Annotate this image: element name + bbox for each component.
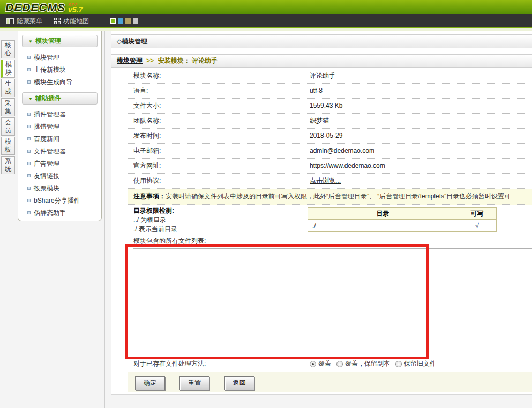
radio-button-icon — [336, 361, 343, 367]
square-bullet-icon — [27, 113, 31, 116]
menu-item-pseudo-static[interactable]: 伪静态助手 — [18, 207, 101, 219]
page-title-bar: ◇模块管理 — [111, 34, 532, 48]
admin-toolbar: 隐藏菜单 功能地图 — [0, 14, 532, 27]
menu-item-bshare-plugin[interactable]: bShare分享插件 — [18, 195, 101, 207]
square-bullet-icon — [27, 56, 31, 59]
menu-section-0-items: 模块管理 上传新模块 模块生成向导 — [18, 51, 101, 88]
square-bullet-icon — [27, 162, 31, 165]
back-button[interactable]: 返回 — [224, 376, 254, 390]
hide-menu-button[interactable]: 隐藏菜单 — [6, 17, 42, 26]
menu-item-upload-new-module[interactable]: 上传新模块 — [18, 64, 101, 76]
menu-item-module-management[interactable]: 模块管理 — [18, 51, 101, 64]
sitemap-button[interactable]: 功能地图 — [54, 17, 89, 26]
theme-square-gray[interactable] — [133, 18, 138, 24]
menu-section-auxiliary-plugins[interactable]: ▼ 辅助插件 — [22, 92, 98, 105]
notice-row: 注意事项：安装时请确保文件列表中涉及的目录前可写入权限，此外“后台管理目录”、 … — [128, 189, 532, 205]
menu-item-baidu-news[interactable]: 百度新闻 — [18, 133, 101, 145]
table-row-file-size: 文件大小: 1559.43 Kb — [128, 99, 532, 114]
files-list-label: 模块包含的所有文件列表: — [128, 235, 532, 248]
table-row-email: 电子邮箱: admin@dedemao.com — [128, 144, 532, 159]
page-title: 模块管理 — [122, 38, 147, 45]
breadcrumb-link-module-management[interactable]: 模块管理 — [117, 57, 143, 64]
theme-square-tan[interactable] — [125, 18, 131, 24]
ok-button[interactable]: 确定 — [135, 376, 165, 390]
square-bullet-icon — [27, 199, 31, 202]
table-row-team-name: 团队名称: 织梦猫 — [128, 114, 532, 129]
notice-text: 安装时请确保文件列表中涉及的目录前可写入权限，此外“后台管理目录”、 “后台管理… — [166, 192, 511, 200]
tab-core[interactable]: 核心 — [1, 40, 15, 58]
table-row-language: 语言: utf-8 — [128, 84, 532, 99]
menu-item-friend-links[interactable]: 友情链接 — [18, 170, 101, 182]
menu-item-plugin-manager[interactable]: 插件管理器 — [18, 108, 101, 121]
column-header-writable: 可写 — [458, 208, 497, 220]
menu-section-1-items: 插件管理器 挑错管理 百度新闻 文件管理器 广告管理 友情链接 投票模块 bSh… — [18, 108, 101, 219]
dir-permission-row: 目录权限检测: ../ 为根目录 ./ 表示当前目录 目录 可写 ./ √ — [128, 205, 532, 235]
menu-section-module-management[interactable]: ▼ 模块管理 — [22, 35, 98, 47]
table-row: ./ √ — [308, 220, 497, 232]
notice-label: 注意事项： — [133, 192, 166, 200]
menu-item-vote-module[interactable]: 投票模块 — [18, 182, 101, 195]
square-bullet-icon — [27, 174, 31, 177]
menu-item-ad-management[interactable]: 广告管理 — [18, 158, 101, 170]
hide-menu-label: 隐藏菜单 — [17, 17, 42, 26]
table-row-license: 使用协议: 点击浏览... — [128, 174, 532, 189]
file-handling-options: 覆盖 覆盖，保留副本 保留旧文件 — [310, 357, 436, 371]
tab-module[interactable]: 模块 — [1, 60, 15, 78]
radio-keep-old-file[interactable]: 保留旧文件 — [395, 357, 436, 371]
sitemap-label: 功能地图 — [63, 17, 89, 26]
diamond-icon: ◇ — [117, 38, 122, 45]
top-brand-bar: DEDECMS SP2 v5.7 — [0, 0, 532, 14]
dedecms-logo: DEDECMS — [5, 1, 65, 14]
radio-overwrite-keep-copy[interactable]: 覆盖，保留副本 — [336, 357, 390, 371]
column-header-directory: 目录 — [308, 208, 458, 220]
tab-member[interactable]: 会员 — [1, 117, 15, 136]
sidebar-divider — [104, 31, 105, 408]
version-block: SP2 v5.7 — [68, 3, 83, 12]
module-files-textarea[interactable] — [133, 248, 532, 350]
module-tab-strip: 核心 模块 生成 采集 会员 模板 系统 — [1, 40, 16, 175]
menu-item-error-report[interactable]: 挑错管理 — [18, 121, 101, 133]
square-bullet-icon — [27, 137, 31, 140]
license-browse-link[interactable]: 点击浏览... — [310, 174, 341, 188]
tab-template[interactable]: 模板 — [1, 137, 15, 155]
file-handling-label: 对于已存在文件处理方法: — [133, 360, 206, 367]
reset-button[interactable]: 重置 — [179, 376, 209, 390]
table-row-website: 官方网址: https://www.dedemao.com — [128, 159, 532, 174]
square-bullet-icon — [27, 80, 31, 84]
dir-permission-table: 目录 可写 ./ √ — [308, 207, 497, 232]
module-menu-panel: ▼ 模块管理 模块管理 上传新模块 模块生成向导 ▼ 辅助插件 插件管理器 挑错… — [18, 31, 102, 221]
tab-generate[interactable]: 生成 — [1, 79, 15, 97]
table-row-release-date: 发布时间: 2018-05-29 — [128, 129, 532, 144]
breadcrumb-separator: >> — [146, 57, 154, 64]
radio-button-icon — [310, 361, 316, 367]
sitemap-grid-icon — [54, 18, 61, 24]
square-bullet-icon — [27, 125, 31, 128]
square-bullet-icon — [27, 187, 31, 190]
file-handling-row: 对于已存在文件处理方法: 覆盖 覆盖，保留副本 保留旧文件 — [128, 357, 532, 372]
tab-system[interactable]: 系统 — [1, 156, 15, 174]
menu-item-file-manager[interactable]: 文件管理器 — [18, 145, 101, 158]
table-header-row: 目录 可写 — [308, 208, 497, 220]
breadcrumb-current: 安装模块： 评论助手 — [158, 57, 218, 64]
dir-cell: ./ — [308, 220, 458, 232]
square-bullet-icon — [27, 211, 31, 214]
theme-color-picker — [110, 18, 138, 24]
table-row-module-name: 模块名称: 评论助手 — [128, 69, 532, 84]
writable-check-cell: √ — [458, 220, 497, 232]
main-content: ◇模块管理 模块管理 >> 安装模块： 评论助手 模块名称: 评论助手 语言: … — [111, 31, 532, 395]
tab-collect[interactable]: 采集 — [1, 98, 15, 116]
breadcrumb: 模块管理 >> 安装模块： 评论助手 — [111, 54, 532, 68]
menu-item-module-wizard[interactable]: 模块生成向导 — [18, 76, 101, 88]
square-bullet-icon — [27, 150, 31, 153]
version-label: v5.7 — [68, 8, 83, 12]
chevron-down-icon: ▼ — [28, 93, 33, 105]
chevron-down-icon: ▼ — [28, 35, 33, 48]
radio-overwrite[interactable]: 覆盖 — [310, 357, 331, 371]
form-buttons-row: 确定 重置 返回 — [128, 372, 532, 392]
radio-button-icon — [395, 361, 402, 367]
theme-square-green[interactable] — [110, 18, 116, 24]
install-module-form: 模块名称: 评论助手 语言: utf-8 文件大小: 1559.43 Kb 团队… — [128, 69, 532, 392]
hide-menu-icon — [6, 18, 14, 24]
theme-square-blue[interactable] — [118, 18, 123, 24]
square-bullet-icon — [27, 68, 31, 71]
